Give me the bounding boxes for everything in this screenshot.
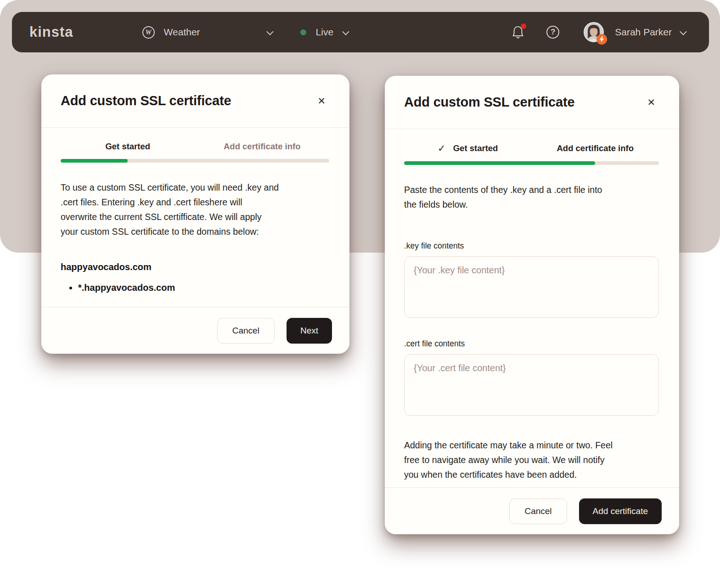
- user-avatar[interactable]: [584, 22, 604, 42]
- modal-note: Adding the certificate may take a minute…: [404, 438, 659, 482]
- modal-intro: Paste the contents of they .key and a .c…: [404, 182, 659, 212]
- next-button[interactable]: Next: [287, 318, 332, 344]
- kinsta-logo: kinsta: [29, 24, 73, 40]
- cert-file-input[interactable]: [404, 354, 659, 416]
- tab-add-certificate-info[interactable]: Add certificate info: [532, 143, 659, 154]
- top-navbar: kinsta W Weather Live ?: [12, 12, 709, 52]
- progress-fill: [61, 159, 128, 163]
- modal-title: Add custom SSL certificate: [404, 95, 645, 110]
- modal-footer: Cancel Next: [41, 307, 349, 354]
- step-tabs: Get started Add certificate info: [61, 141, 329, 152]
- ssl-modal-step2: Add custom SSL certificate ✕ ✓ Get start…: [385, 76, 679, 534]
- tab-label: Get started: [453, 143, 498, 153]
- modal-title: Add custom SSL certificate: [61, 93, 315, 108]
- step-tabs: ✓ Get started Add certificate info: [404, 143, 659, 154]
- modal-body: Get started Add certificate info To use …: [41, 141, 349, 296]
- environment-selector[interactable]: Live: [300, 27, 348, 38]
- modal-header: Add custom SSL certificate ✕: [385, 76, 679, 129]
- cert-file-label: .cert file contents: [404, 339, 659, 349]
- modal-body: ✓ Get started Add certificate info Paste…: [385, 143, 679, 482]
- navbar-right-cluster: ? Sarah Parke: [511, 22, 685, 42]
- tab-label: Add certificate info: [224, 141, 301, 152]
- live-status-dot-icon: [300, 29, 306, 35]
- tab-add-certificate-info[interactable]: Add certificate info: [195, 141, 330, 152]
- notifications-button[interactable]: [511, 25, 525, 40]
- chevron-down-icon[interactable]: [680, 28, 687, 35]
- page: kinsta W Weather Live ?: [0, 0, 720, 588]
- cancel-button[interactable]: Cancel: [217, 318, 275, 344]
- wordpress-icon: W: [142, 26, 155, 39]
- close-icon[interactable]: ✕: [315, 94, 327, 107]
- progress-fill: [404, 161, 595, 165]
- modal-footer: Cancel Add certificate: [385, 487, 679, 534]
- ssl-modal-step1: Add custom SSL certificate ✕ Get started…: [41, 74, 349, 354]
- check-icon: ✓: [438, 143, 446, 154]
- modal-header: Add custom SSL certificate ✕: [41, 74, 349, 128]
- tab-get-started[interactable]: ✓ Get started: [404, 143, 532, 154]
- subdomain-list: *.happyavocados.com: [61, 279, 329, 296]
- key-file-label: .key file contents: [404, 241, 659, 251]
- help-button[interactable]: ?: [546, 25, 560, 39]
- site-selector-label: Weather: [164, 27, 200, 38]
- tab-get-started[interactable]: Get started: [61, 141, 195, 152]
- tab-label: Add certificate info: [557, 143, 634, 153]
- modal-description: To use a custom SSL certificate, you wil…: [61, 180, 329, 239]
- notification-badge-dot: [521, 23, 526, 29]
- chevron-down-icon: [342, 28, 349, 35]
- domain-name: happyavocados.com: [61, 262, 329, 272]
- progress-bar: [404, 161, 659, 165]
- cancel-button[interactable]: Cancel: [509, 498, 567, 524]
- chevron-down-icon: [266, 28, 274, 35]
- progress-bar: [61, 159, 329, 163]
- add-certificate-button[interactable]: Add certificate: [579, 498, 662, 524]
- site-selector[interactable]: W Weather: [142, 26, 272, 39]
- tab-label: Get started: [105, 141, 150, 152]
- subdomain-item: *.happyavocados.com: [78, 279, 329, 296]
- user-name-label: Sarah Parker: [615, 27, 672, 38]
- key-file-input[interactable]: [404, 256, 659, 318]
- question-mark-icon: ?: [546, 26, 559, 39]
- lightning-badge-icon: [596, 34, 607, 45]
- close-icon[interactable]: ✕: [645, 96, 657, 109]
- environment-label: Live: [316, 27, 334, 38]
